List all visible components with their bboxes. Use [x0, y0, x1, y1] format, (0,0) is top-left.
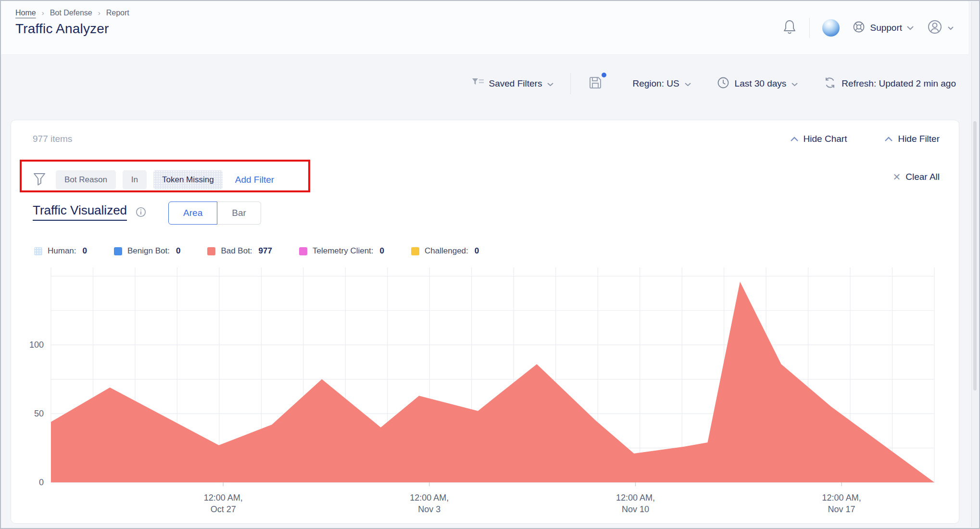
legend-item[interactable]: Human:0 — [34, 246, 87, 256]
y-axis-label: 100 — [29, 340, 44, 350]
add-filter-button[interactable]: Add Filter — [235, 175, 274, 185]
hide-chart-button[interactable]: Hide Chart — [790, 134, 847, 144]
x-axis-label: 12:00 AM, — [822, 493, 861, 503]
traffic-visualized-title[interactable]: Traffic Visualized — [33, 203, 127, 221]
breadcrumb: Home › Bot Defense › Report — [15, 9, 129, 17]
chevron-down-icon — [547, 78, 554, 89]
breadcrumb-home-link[interactable]: Home — [15, 9, 36, 17]
items-count: 977 items — [33, 134, 72, 144]
page-scrollbar[interactable] — [971, 2, 978, 527]
chevron-down-icon — [906, 24, 914, 32]
x-axis-label: Nov 17 — [828, 504, 855, 514]
legend-item[interactable]: Challenged:0 — [411, 246, 479, 256]
region-dropdown[interactable]: Region: US — [632, 78, 691, 89]
region-label: Region: US — [632, 78, 679, 89]
hide-filter-button[interactable]: Hide Filter — [884, 134, 940, 144]
chevron-up-icon — [790, 134, 799, 144]
legend-swatch-icon — [299, 247, 307, 255]
filter-field-chip[interactable]: Bot Reason — [56, 170, 116, 189]
legend-swatch-icon — [114, 247, 122, 255]
x-axis-label: Nov 3 — [418, 504, 440, 514]
legend-value: 0 — [475, 246, 479, 256]
chevron-down-icon — [791, 78, 798, 89]
filter-funnel-icon — [33, 172, 46, 188]
header-divider — [809, 18, 810, 38]
user-account-icon — [927, 19, 943, 37]
area-view-button[interactable]: Area — [168, 202, 217, 225]
page-title: Traffic Analyzer — [15, 21, 109, 37]
unsaved-changes-dot — [602, 73, 606, 77]
x-axis-label: Nov 10 — [622, 504, 649, 514]
header-actions: Support — [782, 1, 954, 54]
refresh-status-label: Refresh: Updated 2 min ago — [842, 78, 956, 89]
info-icon[interactable] — [136, 207, 146, 219]
chart-section-header: Traffic Visualized Area Bar — [33, 203, 261, 225]
clear-all-label: Clear All — [905, 172, 940, 182]
filter-list-icon — [472, 77, 484, 90]
app-header: Home › Bot Defense › Report Traffic Anal… — [1, 1, 968, 55]
save-filter-button[interactable] — [587, 75, 607, 93]
refresh-icon — [823, 76, 837, 92]
y-axis-label: 50 — [34, 409, 44, 418]
saved-filters-label: Saved Filters — [489, 78, 542, 89]
support-label: Support — [870, 23, 902, 33]
clear-x-icon: ✕ — [892, 171, 901, 183]
app-window: Home › Bot Defense › Report Traffic Anal… — [0, 0, 980, 529]
page-scrollbar-thumb[interactable] — [973, 121, 977, 390]
time-range-label: Last 30 days — [735, 78, 787, 89]
legend-label: Benign Bot: — [127, 246, 170, 256]
y-axis-label: 0 — [39, 478, 44, 487]
x-axis-label: 12:00 AM, — [410, 493, 449, 503]
legend-label: Telemetry Client: — [313, 246, 374, 256]
legend-value: 0 — [380, 246, 384, 256]
chevron-down-icon — [684, 78, 691, 89]
legend-swatch-icon — [207, 247, 215, 255]
legend-item[interactable]: Telemetry Client:0 — [299, 246, 384, 256]
filter-operator-chip[interactable]: In — [123, 170, 147, 189]
breadcrumb-separator-icon: › — [98, 9, 101, 17]
legend-label: Challenged: — [425, 246, 468, 256]
breadcrumb-report: Report — [106, 9, 129, 17]
legend-item[interactable]: Benign Bot:0 — [114, 246, 180, 256]
chart-legend: Human:0Benign Bot:0Bad Bot:977Telemetry … — [34, 246, 479, 256]
time-range-dropdown[interactable]: Last 30 days — [716, 76, 799, 92]
support-lifering-icon — [852, 20, 866, 36]
hide-filter-label: Hide Filter — [898, 134, 940, 144]
traffic-area-chart[interactable]: 05010012:00 AM,Oct 2712:00 AM,Nov 312:00… — [11, 264, 959, 522]
filter-value-chip[interactable]: Token Missing — [153, 170, 223, 189]
bad-bot-area-series[interactable] — [51, 282, 934, 482]
breadcrumb-separator-icon: › — [42, 9, 44, 17]
legend-swatch-icon — [34, 247, 42, 255]
user-menu[interactable] — [927, 19, 954, 37]
notification-bell-icon[interactable] — [782, 19, 797, 37]
toolbar-divider — [570, 73, 571, 94]
report-panel: 977 items Hide Chart Hide Filter Bot Rea… — [11, 120, 959, 524]
x-axis-label: Oct 27 — [211, 504, 236, 514]
hide-chart-label: Hide Chart — [804, 134, 847, 144]
legend-value: 977 — [259, 246, 272, 256]
tenant-avatar[interactable] — [822, 19, 840, 37]
clock-icon — [716, 76, 730, 92]
support-menu[interactable]: Support — [852, 20, 914, 36]
breadcrumb-bot-defense: Bot Defense — [50, 9, 92, 17]
filter-bar: Bot Reason In Token Missing Add Filter — [33, 167, 274, 192]
report-toolbar: Saved Filters Region: US Last 30 days — [1, 73, 956, 94]
legend-label: Human: — [48, 246, 76, 256]
bar-view-button[interactable]: Bar — [217, 202, 261, 225]
saved-filters-dropdown[interactable]: Saved Filters — [472, 77, 554, 90]
legend-label: Bad Bot: — [221, 246, 252, 256]
chevron-down-icon — [947, 24, 954, 32]
legend-swatch-icon — [411, 247, 419, 255]
legend-item[interactable]: Bad Bot:977 — [207, 246, 272, 256]
legend-value: 0 — [176, 246, 180, 256]
refresh-button[interactable]: Refresh: Updated 2 min ago — [823, 76, 956, 92]
clear-all-button[interactable]: ✕ Clear All — [892, 171, 940, 183]
chevron-up-icon — [884, 134, 893, 144]
chart-type-toggle: Area Bar — [168, 202, 261, 225]
x-axis-label: 12:00 AM, — [204, 493, 243, 503]
panel-view-toggles: Hide Chart Hide Filter — [790, 134, 940, 144]
legend-value: 0 — [83, 246, 87, 256]
x-axis-label: 12:00 AM, — [616, 493, 655, 503]
